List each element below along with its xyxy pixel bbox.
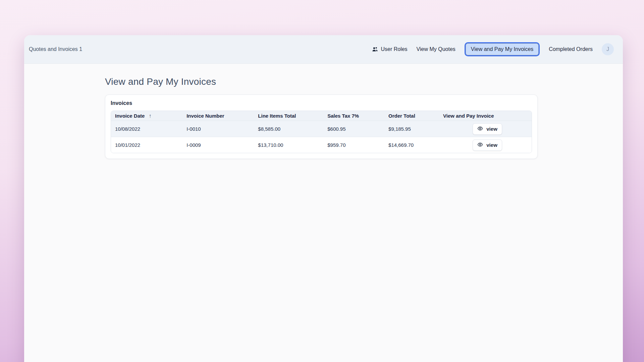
invoices-card-title: Invoices: [111, 100, 532, 106]
nav-menu: User Roles View My Quotes View and Pay M…: [372, 42, 614, 56]
cell-invoice-number: I-0010: [182, 121, 254, 137]
cell-sales-tax: $600.95: [323, 121, 384, 137]
eye-icon: [477, 126, 484, 132]
nav-item-label: View and Pay My Invoices: [471, 46, 533, 52]
cell-sales-tax: $959.70: [323, 137, 384, 153]
top-navbar: Quotes and Invoices 1 User Roles View My…: [24, 35, 623, 64]
nav-item-label: User Roles: [381, 46, 407, 52]
column-header-invoice-date[interactable]: Invoice Date↑: [111, 111, 182, 121]
eye-icon: [477, 142, 484, 148]
cell-order-total: $9,185.95: [384, 121, 439, 137]
invoices-table: Invoice Date↑ Invoice Number Line Items …: [111, 111, 532, 153]
table-row: 10/01/2022 I-0009 $13,710.00 $959.70 $14…: [111, 137, 532, 153]
view-invoice-button[interactable]: view: [473, 123, 502, 135]
cell-order-total: $14,669.70: [384, 137, 439, 153]
nav-item-label: View My Quotes: [417, 46, 455, 52]
sort-ascending-icon[interactable]: ↑: [149, 113, 151, 119]
main-content: View and Pay My Invoices Invoices Invoic…: [24, 64, 623, 159]
table-row: 10/08/2022 I-0010 $8,585.00 $600.95 $9,1…: [111, 121, 532, 137]
cell-action: view: [439, 121, 532, 137]
users-icon: [372, 46, 378, 53]
app-window: Quotes and Invoices 1 User Roles View My…: [24, 35, 623, 362]
view-invoice-button[interactable]: view: [473, 139, 502, 151]
view-button-label: view: [486, 126, 497, 132]
nav-item-label: Completed Orders: [549, 46, 593, 52]
column-header-line-items-total[interactable]: Line Items Total: [254, 111, 323, 121]
view-button-label: view: [486, 142, 497, 148]
table-header-row: Invoice Date↑ Invoice Number Line Items …: [111, 111, 532, 121]
nav-item-view-and-pay-my-invoices[interactable]: View and Pay My Invoices: [465, 42, 540, 56]
nav-item-completed-orders[interactable]: Completed Orders: [549, 46, 593, 52]
cell-invoice-number: I-0009: [182, 137, 254, 153]
nav-item-user-roles[interactable]: User Roles: [372, 46, 407, 53]
user-avatar[interactable]: J: [602, 43, 614, 55]
cell-line-items-total: $13,710.00: [254, 137, 323, 153]
cell-invoice-date: 10/08/2022: [111, 121, 182, 137]
cell-line-items-total: $8,585.00: [254, 121, 323, 137]
column-header-invoice-number[interactable]: Invoice Number: [182, 111, 254, 121]
column-header-sales-tax[interactable]: Sales Tax 7%: [323, 111, 384, 121]
cell-invoice-date: 10/01/2022: [111, 137, 182, 153]
column-header-view-and-pay-invoice: View and Pay Invoice: [439, 111, 532, 121]
cell-action: view: [439, 137, 532, 153]
column-header-order-total[interactable]: Order Total: [384, 111, 439, 121]
page-title: View and Pay My Invoices: [105, 76, 623, 87]
invoices-card: Invoices Invoice Date↑ Invoice Number Li…: [105, 95, 538, 159]
app-brand: Quotes and Invoices 1: [29, 46, 82, 52]
nav-item-view-my-quotes[interactable]: View My Quotes: [417, 46, 455, 52]
